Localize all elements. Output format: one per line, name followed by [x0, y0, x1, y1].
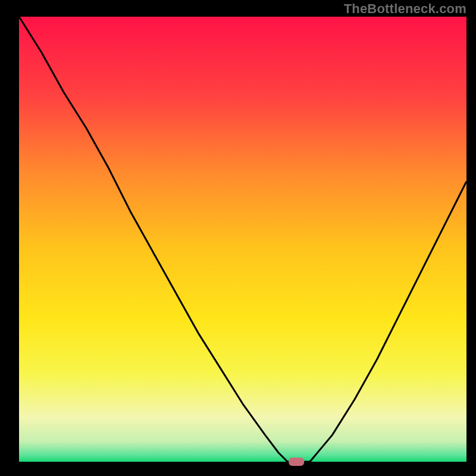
watermark-text: TheBottleneck.com [344, 1, 466, 17]
chart-container: TheBottleneck.com [0, 0, 476, 476]
bottleneck-chart [0, 0, 476, 476]
plot-background [19, 17, 466, 462]
optimal-marker [289, 458, 304, 466]
